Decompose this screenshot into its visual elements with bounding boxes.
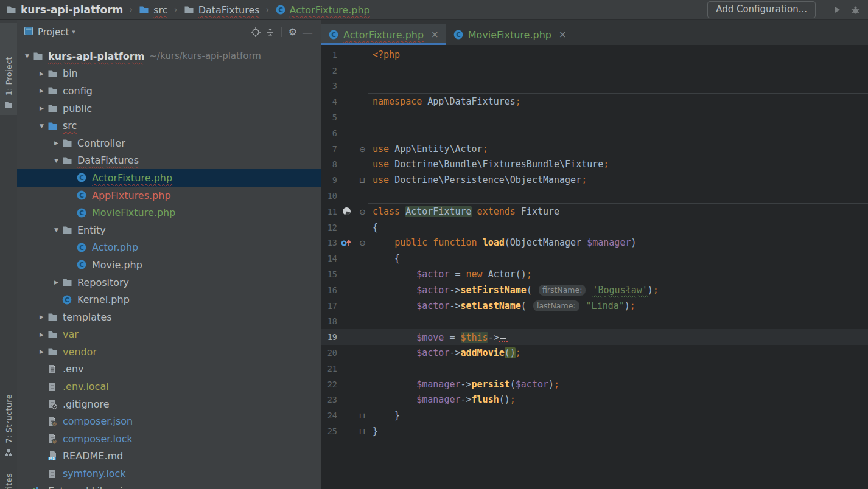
code-line-6[interactable]: 6 xyxy=(321,125,868,141)
folder-icon xyxy=(61,225,72,235)
folder-icon xyxy=(47,312,58,322)
line-number: 7 xyxy=(321,144,337,154)
tree-item-external-libraries[interactable]: ▶External Libraries xyxy=(17,482,321,489)
tree-expanded-arrow-icon[interactable]: ▼ xyxy=(22,53,32,59)
code-line-7[interactable]: 7⊖use App\Entity\Actor; xyxy=(321,141,868,157)
tree-item-composer-lock[interactable]: @composer.lock xyxy=(17,430,321,448)
code-line-9[interactable]: 9⊔use Doctrine\Persistence\ObjectManager… xyxy=(321,172,868,188)
close-icon[interactable]: × xyxy=(431,29,439,40)
tree-item-vendor[interactable]: ▶vendor xyxy=(17,343,321,361)
tree-collapsed-arrow-icon[interactable]: ▶ xyxy=(51,140,61,146)
editor-area: CActorFixture.php×CMovieFixture.php× 1<?… xyxy=(321,20,868,489)
debug-bug-icon[interactable] xyxy=(849,3,862,16)
tree-item--env-local[interactable]: .env.local xyxy=(17,378,321,395)
tree-item-actorfixture-php[interactable]: CActorFixture.php xyxy=(17,169,321,187)
code-line-16[interactable]: 16 $actor->setFirstName( firstName: 'Bog… xyxy=(321,282,868,298)
code-line-21[interactable]: 21 xyxy=(321,361,868,376)
code-text: class ActorFixture extends Fixture xyxy=(368,206,559,217)
code-line-24[interactable]: 24⊔ } xyxy=(321,408,868,423)
tool-window-stripe: 1: Project 7: Structure 2: Favorites xyxy=(0,20,18,489)
close-icon[interactable]: × xyxy=(559,29,567,40)
tree-collapsed-arrow-icon[interactable]: ▶ xyxy=(37,71,47,77)
tree-collapsed-arrow-icon[interactable]: ▶ xyxy=(37,88,47,94)
tree-item-label: templates xyxy=(63,311,112,323)
tree-item-templates[interactable]: ▶templates xyxy=(17,308,321,326)
code-line-3[interactable]: 3 xyxy=(321,78,868,94)
tree-collapsed-arrow-icon[interactable]: ▶ xyxy=(51,279,61,285)
code-line-8[interactable]: 8use Doctrine\Bundle\FixturesBundle\Fixt… xyxy=(321,157,868,173)
code-line-17[interactable]: 17 $actor->setLastName( lastName: "Linda… xyxy=(321,298,868,314)
run-play-icon[interactable] xyxy=(830,3,844,16)
code-line-5[interactable]: 5 xyxy=(321,109,868,125)
tree-item-config[interactable]: ▶config xyxy=(17,82,321,100)
tree-item-entity[interactable]: ▼Entity xyxy=(17,221,321,239)
project-file-tree: ▼kurs-api-platform~/kurs/kurs-api-platfo… xyxy=(17,44,321,489)
tree-item-kurs-api-platform[interactable]: ▼kurs-api-platform~/kurs/kurs-api-platfo… xyxy=(17,47,321,65)
tree-item--gitignore[interactable]: .gitignore xyxy=(17,395,321,413)
tree-item-datafixtures[interactable]: ▼DataFixtures xyxy=(17,152,321,170)
overrides-icon[interactable] xyxy=(337,238,355,248)
tree-item-actor-php[interactable]: CActor.php xyxy=(17,239,321,257)
stripe-tab-project[interactable]: 1: Project xyxy=(0,23,17,115)
code-line-11[interactable]: 11⊖class ActorFixture extends Fixture xyxy=(321,204,868,220)
stripe-tab-favorites[interactable]: 2: Favorites xyxy=(0,473,17,489)
tree-item-public[interactable]: ▶public xyxy=(17,100,321,117)
code-line-10[interactable]: 10 xyxy=(321,188,868,204)
file-icon xyxy=(47,469,58,479)
tree-item-repository[interactable]: ▶Repository xyxy=(17,274,321,291)
code-line-23[interactable]: 23 $manager->flush(); xyxy=(321,392,868,408)
class-marker-icon[interactable] xyxy=(337,207,355,216)
code-line-14[interactable]: 14 { xyxy=(321,251,868,266)
code-line-15[interactable]: 15 $actor = new Actor(); xyxy=(321,266,868,282)
tree-item-symfony-lock[interactable]: symfony.lock xyxy=(17,465,321,482)
tree-item-src[interactable]: ▼src xyxy=(17,117,321,134)
tree-item-composer-json[interactable]: @composer.json xyxy=(17,412,321,430)
code-editor[interactable]: 1<?php234namespace App\DataFixtures;567⊖… xyxy=(321,45,868,489)
code-line-25[interactable]: 25⊔} xyxy=(321,423,868,439)
code-line-19[interactable]: 19 $move = $this-> xyxy=(321,329,868,345)
breadcrumb-item[interactable]: kurs-api-platform xyxy=(6,4,123,16)
tree-item-controller[interactable]: ▶Controller xyxy=(17,134,321,152)
tree-item-var[interactable]: ▶var xyxy=(17,326,321,344)
svg-text:C: C xyxy=(79,243,84,251)
tree-collapsed-arrow-icon[interactable]: ▶ xyxy=(37,331,47,338)
tree-collapsed-arrow-icon[interactable]: ▶ xyxy=(37,314,47,320)
tree-item--env[interactable]: .env xyxy=(17,361,321,378)
code-line-1[interactable]: 1<?php xyxy=(321,47,868,63)
panel-title[interactable]: Project xyxy=(38,27,69,38)
tree-item-kernel-php[interactable]: CKernel.php xyxy=(17,291,321,308)
tree-expanded-arrow-icon[interactable]: ▼ xyxy=(37,123,47,129)
code-line-22[interactable]: 22 $manager->persist($actor); xyxy=(321,376,868,392)
tree-item-bin[interactable]: ▶bin xyxy=(17,65,321,83)
tree-expanded-arrow-icon[interactable]: ▼ xyxy=(51,158,61,164)
code-line-18[interactable]: 18 xyxy=(321,314,868,330)
breadcrumb-item[interactable]: CActorFixture.php xyxy=(276,4,370,16)
code-line-13[interactable]: 13⊖ public function load(ObjectManager $… xyxy=(321,235,868,251)
tree-item-movie-php[interactable]: CMovie.php xyxy=(17,256,321,274)
editor-tab-moviefixture-php[interactable]: CMovieFixture.php× xyxy=(446,24,574,45)
stripe-tab-structure[interactable]: 7: Structure xyxy=(0,372,17,463)
collapse-all-icon[interactable] xyxy=(263,26,278,39)
code-line-12[interactable]: 12{ xyxy=(321,220,868,235)
project-tool-window: Project ▾ ⚙ — ▼kurs-api-platform~/kurs/k… xyxy=(17,20,321,489)
code-line-4[interactable]: 4namespace App\DataFixtures; xyxy=(321,94,868,109)
code-text: use Doctrine\Persistence\ObjectManager; xyxy=(368,175,587,186)
tree-item-appfixtures-php[interactable]: CAppFixtures.php xyxy=(17,187,321,204)
tree-item-readme-md[interactable]: MDREADME.md xyxy=(17,448,321,465)
code-line-20[interactable]: 20 $actor->addMovie(); xyxy=(321,345,868,361)
locate-icon[interactable] xyxy=(248,26,263,39)
tree-item-moviefixture-php[interactable]: CMovieFixture.php xyxy=(17,204,321,221)
chevron-down-icon[interactable]: ▾ xyxy=(72,28,75,36)
gear-icon[interactable]: ⚙ xyxy=(285,26,300,39)
code-line-2[interactable]: 2 xyxy=(321,63,868,78)
tree-collapsed-arrow-icon[interactable]: ▶ xyxy=(37,105,47,111)
editor-tab-actorfixture-php[interactable]: CActorFixture.php× xyxy=(321,24,446,45)
tree-collapsed-arrow-icon[interactable]: ▶ xyxy=(37,349,47,355)
breadcrumb-item[interactable]: src xyxy=(139,4,167,16)
add-configuration-button[interactable]: Add Configuration... xyxy=(707,1,816,18)
svg-text:C: C xyxy=(79,209,84,216)
breadcrumb-item[interactable]: DataFixtures xyxy=(184,4,260,16)
editor-tab-label: MovieFixture.php xyxy=(468,29,551,41)
hide-panel-icon[interactable]: — xyxy=(300,26,315,39)
tree-expanded-arrow-icon[interactable]: ▼ xyxy=(51,227,61,233)
